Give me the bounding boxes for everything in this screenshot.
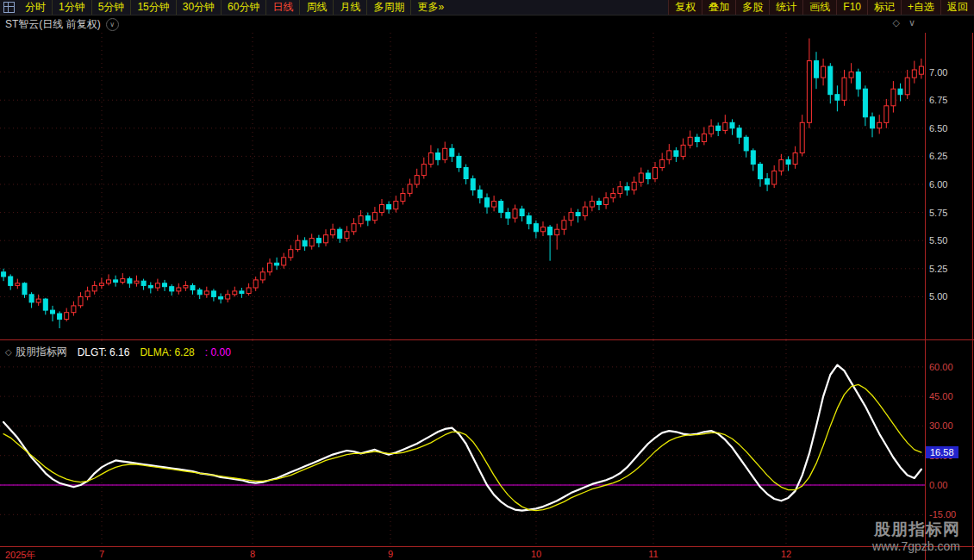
chart-title: ST智云(日线 前复权) bbox=[5, 17, 101, 32]
watermark-url: www.7gpzb.com bbox=[872, 539, 960, 553]
candlestick-plot[interactable] bbox=[0, 33, 925, 339]
diamond-icon[interactable]: ◇ bbox=[892, 17, 899, 28]
menu-item-period-1[interactable]: 1分钟 bbox=[52, 0, 91, 15]
watermark: 股朋指标网 www.7gpzb.com bbox=[872, 520, 960, 553]
month-label-2: 8 bbox=[250, 549, 255, 559]
menu-item-tool-5[interactable]: F10 bbox=[836, 0, 867, 15]
month-label-5: 11 bbox=[648, 549, 658, 559]
price-tick-3: 6.25 bbox=[929, 151, 947, 161]
window-icon[interactable] bbox=[3, 2, 15, 13]
indicator-tick-4: 0.00 bbox=[929, 480, 947, 490]
indicator-tick-5: -15.00 bbox=[929, 509, 956, 520]
menu-item-period-10[interactable]: 更多» bbox=[410, 0, 450, 15]
menu-item-period-7[interactable]: 周线 bbox=[299, 0, 333, 15]
top-menubar: 分时1分钟5分钟15分钟30分钟60分钟日线周线月线多周期更多» 复权叠加多股统… bbox=[0, 0, 974, 16]
menu-item-period-2[interactable]: 5分钟 bbox=[91, 0, 131, 15]
indicator-axis: 60.0045.0030.0015.000.00-15.00 bbox=[925, 340, 973, 546]
price-tick-0: 7.00 bbox=[929, 67, 947, 78]
menu-item-period-5[interactable]: 60分钟 bbox=[221, 0, 265, 15]
trading-app: 分时1分钟5分钟15分钟30分钟60分钟日线周线月线多周期更多» 复权叠加多股统… bbox=[0, 0, 974, 560]
watermark-title: 股朋指标网 bbox=[872, 520, 960, 539]
menu-item-tool-7[interactable]: +自选 bbox=[901, 0, 940, 15]
menu-item-period-4[interactable]: 30分钟 bbox=[176, 0, 221, 15]
month-label-0: 2025年 bbox=[5, 549, 35, 560]
indicator-diamond-icon[interactable]: ◇ bbox=[5, 347, 12, 357]
menu-item-tool-3[interactable]: 统计 bbox=[769, 0, 802, 15]
time-axis: 2025年789101112 bbox=[0, 546, 974, 560]
indicator-value-2: : 0.00 bbox=[205, 346, 231, 358]
menu-item-period-8[interactable]: 月线 bbox=[333, 0, 366, 15]
indicator-tick-0: 60.00 bbox=[929, 362, 953, 372]
indicator-tick-1: 45.00 bbox=[929, 391, 953, 401]
price-tick-5: 5.75 bbox=[929, 208, 947, 218]
indicator-values: DLGT: 6.16DLMA: 6.28: 0.00 bbox=[78, 346, 231, 358]
price-tick-6: 5.50 bbox=[929, 235, 947, 246]
title-bar: ST智云(日线 前复权) ∨ ◇ ∨ bbox=[0, 16, 974, 33]
menu-item-tool-6[interactable]: 标记 bbox=[867, 0, 901, 15]
menu-item-period-9[interactable]: 多周期 bbox=[366, 0, 410, 15]
indicator-tick-2: 30.00 bbox=[929, 420, 953, 431]
price-tick-8: 5.00 bbox=[929, 291, 947, 302]
axis-separator-line bbox=[925, 33, 926, 560]
indicator-value-0: DLGT: 6.16 bbox=[78, 346, 130, 358]
month-label-4: 10 bbox=[531, 549, 541, 559]
indicator-plot[interactable] bbox=[0, 340, 925, 547]
indicator-name[interactable]: 股朋指标网 bbox=[16, 345, 67, 359]
indicator-value-1: DLMA: 6.28 bbox=[140, 346, 194, 358]
indicator-header: ◇ 股朋指标网 DLGT: 6.16DLMA: 6.28: 0.00 bbox=[5, 345, 231, 359]
period-menu: 分时1分钟5分钟15分钟30分钟60分钟日线周线月线多周期更多» bbox=[19, 0, 450, 16]
tool-menu: 复权叠加多股统计画线F10标记+自选返回 bbox=[668, 0, 974, 16]
price-tick-2: 6.50 bbox=[929, 123, 947, 134]
menu-item-tool-4[interactable]: 画线 bbox=[802, 0, 836, 15]
menu-item-tool-8[interactable]: 返回 bbox=[940, 0, 974, 15]
value-badge: 16.58 bbox=[926, 446, 958, 458]
month-label-3: 9 bbox=[388, 549, 393, 559]
menu-item-tool-2[interactable]: 多股 bbox=[735, 0, 769, 15]
price-tick-1: 6.75 bbox=[929, 95, 947, 105]
candlestick-panel: 7.006.756.506.256.005.755.505.255.00 bbox=[0, 33, 974, 339]
price-tick-4: 6.00 bbox=[929, 179, 947, 190]
price-axis: 7.006.756.506.256.005.755.505.255.00 bbox=[925, 33, 973, 339]
menu-item-period-3[interactable]: 15分钟 bbox=[130, 0, 175, 15]
menu-item-tool-1[interactable]: 叠加 bbox=[702, 0, 735, 15]
month-label-6: 12 bbox=[781, 549, 791, 559]
chevron-down-icon[interactable]: ∨ bbox=[908, 17, 915, 28]
collapse-chevron-icon[interactable]: ∨ bbox=[106, 18, 119, 31]
menu-item-period-6[interactable]: 日线 bbox=[265, 0, 299, 15]
indicator-panel: ◇ 股朋指标网 DLGT: 6.16DLMA: 6.28: 0.00 60.00… bbox=[0, 339, 974, 546]
menu-item-tool-0[interactable]: 复权 bbox=[668, 0, 702, 15]
price-tick-7: 5.25 bbox=[929, 264, 947, 274]
menu-item-period-0[interactable]: 分时 bbox=[19, 0, 52, 15]
month-label-1: 7 bbox=[99, 549, 104, 559]
right-border-line bbox=[972, 33, 973, 560]
